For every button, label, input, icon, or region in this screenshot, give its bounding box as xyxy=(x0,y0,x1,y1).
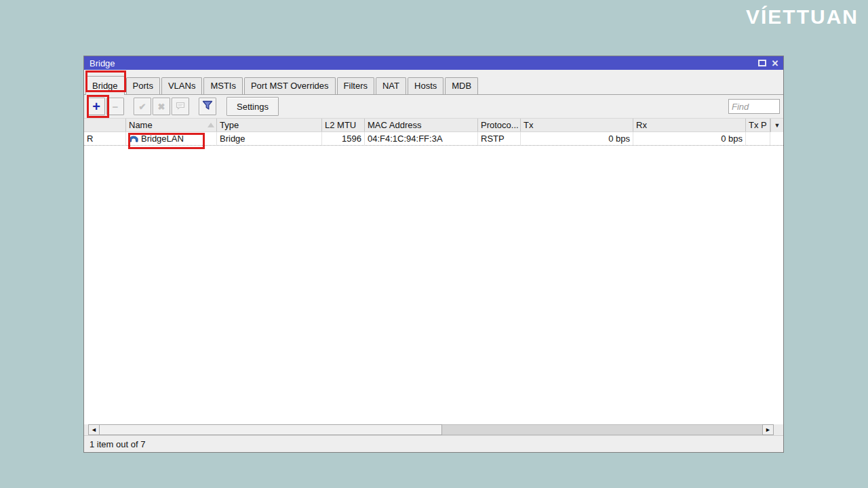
column-header-tx[interactable]: Tx xyxy=(521,119,633,131)
settings-label: Settings xyxy=(237,102,269,112)
status-bar: 1 item out of 7 xyxy=(84,435,783,452)
plus-icon: + xyxy=(92,100,100,113)
tab-label: VLANs xyxy=(168,81,195,91)
maximize-button[interactable] xyxy=(757,58,768,68)
minus-icon: − xyxy=(113,102,119,112)
tab-label: Filters xyxy=(344,81,368,91)
find-input[interactable] xyxy=(728,99,780,114)
add-button[interactable]: + xyxy=(87,98,105,115)
cell-flags: R xyxy=(84,132,126,145)
column-header-mac[interactable]: MAC Address xyxy=(365,119,478,131)
filter-button[interactable] xyxy=(199,98,216,115)
chevron-down-icon: ▼ xyxy=(774,122,781,129)
tab-label: MSTIs xyxy=(210,81,236,91)
cell-type: Bridge xyxy=(217,132,322,145)
status-text: 1 item out of 7 xyxy=(90,439,145,449)
cell-txp xyxy=(746,132,770,145)
tab-ports[interactable]: Ports xyxy=(126,77,160,94)
column-header-txp[interactable]: Tx P xyxy=(746,119,770,131)
column-header-flags[interactable] xyxy=(84,119,126,131)
cell-protocol: RSTP xyxy=(478,132,521,145)
cell-rx: 0 bps xyxy=(633,132,746,145)
close-button[interactable]: ✕ xyxy=(770,58,781,68)
tab-label: Hosts xyxy=(414,81,437,91)
cell-l2mtu: 1596 xyxy=(322,132,365,145)
window-title: Bridge xyxy=(90,58,755,68)
table-empty-area xyxy=(84,146,783,424)
window-titlebar[interactable]: Bridge ✕ xyxy=(84,56,783,70)
tab-bridge[interactable]: Bridge xyxy=(85,76,125,95)
toolbar: + − ✔ ✖ xyxy=(84,95,783,118)
cell-name: BridgeLAN xyxy=(126,132,217,145)
filter-funnel-icon xyxy=(202,100,213,113)
column-header-l2mtu[interactable]: L2 MTU xyxy=(322,119,365,131)
tab-label: NAT xyxy=(382,81,399,91)
find-wrap xyxy=(728,99,780,114)
bridge-window: Bridge ✕ Bridge Ports VLANs MSTIs Port M… xyxy=(83,56,784,453)
disable-button[interactable]: ✖ xyxy=(153,98,170,115)
tab-mdb[interactable]: MDB xyxy=(445,77,478,94)
tab-label: MDB xyxy=(452,81,471,91)
bridge-table: Name Type L2 MTU MAC Address Protoco... … xyxy=(84,118,783,424)
column-picker-button[interactable]: ▼ xyxy=(770,119,783,132)
enable-button[interactable]: ✔ xyxy=(134,98,151,115)
tab-strip: Bridge Ports VLANs MSTIs Port MST Overri… xyxy=(84,70,783,95)
comment-card-icon xyxy=(176,102,185,112)
scroll-left-icon: ◄ xyxy=(91,426,97,433)
horizontal-scrollbar: ◄ ► xyxy=(84,424,783,435)
scrollbar-thumb[interactable] xyxy=(100,424,442,435)
tab-label: Bridge xyxy=(92,81,118,91)
column-header-type[interactable]: Type xyxy=(217,119,322,131)
cross-icon: ✖ xyxy=(158,102,165,112)
cell-end-spacer xyxy=(770,132,783,145)
scroll-left-button[interactable]: ◄ xyxy=(88,424,100,435)
scroll-right-icon: ► xyxy=(765,426,771,433)
scroll-right-button[interactable]: ► xyxy=(762,424,774,435)
cell-mac-address: 04:F4:1C:94:FF:3A xyxy=(365,132,478,145)
column-header-name[interactable]: Name xyxy=(126,119,217,131)
tab-mstis[interactable]: MSTIs xyxy=(203,77,243,94)
table-header: Name Type L2 MTU MAC Address Protoco... … xyxy=(84,119,783,132)
column-header-protocol[interactable]: Protoco... xyxy=(478,119,521,131)
table-row[interactable]: R BridgeLAN Bridge 1596 04:F4:1C:94:FF:3… xyxy=(84,132,783,146)
scrollbar-corner xyxy=(774,424,783,435)
settings-button[interactable]: Settings xyxy=(226,97,279,116)
check-icon: ✔ xyxy=(139,102,146,112)
viettuan-logo: VÍETTUAN xyxy=(746,5,859,28)
comment-button[interactable] xyxy=(172,98,189,115)
tab-port-mst-overrides[interactable]: Port MST Overrides xyxy=(244,77,336,94)
tab-hosts[interactable]: Hosts xyxy=(408,77,443,94)
sort-ascending-icon xyxy=(208,123,214,127)
remove-button[interactable]: − xyxy=(106,98,124,115)
cell-tx: 0 bps xyxy=(521,132,633,145)
column-header-rx[interactable]: Rx xyxy=(633,119,746,131)
scrollbar-track[interactable] xyxy=(442,424,762,435)
bridge-interface-icon xyxy=(129,135,138,142)
tab-nat[interactable]: NAT xyxy=(376,77,406,94)
tab-vlans[interactable]: VLANs xyxy=(161,77,202,94)
tab-filters[interactable]: Filters xyxy=(337,77,374,94)
maximize-icon xyxy=(758,60,766,66)
tab-label: Port MST Overrides xyxy=(251,81,329,91)
close-icon: ✕ xyxy=(772,59,779,68)
tab-label: Ports xyxy=(133,81,153,91)
